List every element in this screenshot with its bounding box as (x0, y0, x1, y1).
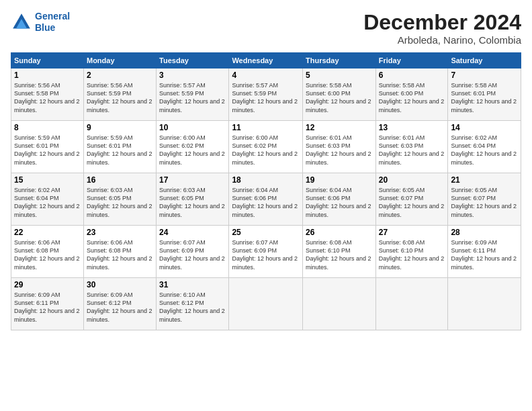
day-number: 20 (379, 175, 445, 185)
day-detail: Sunrise: 6:04 AM Sunset: 6:06 PM Dayligh… (306, 186, 373, 219)
calendar-cell: 26 Sunrise: 6:08 AM Sunset: 6:10 PM Dayl… (303, 226, 376, 278)
day-number: 19 (306, 175, 373, 185)
calendar-cell: 30 Sunrise: 6:09 AM Sunset: 6:12 PM Dayl… (83, 278, 156, 330)
header-thursday: Thursday (303, 53, 376, 68)
day-number: 24 (159, 228, 226, 237)
day-number: 8 (14, 123, 81, 132)
calendar-cell: 27 Sunrise: 6:08 AM Sunset: 6:10 PM Dayl… (375, 226, 448, 278)
header-sunday: Sunday (11, 53, 84, 68)
calendar-cell: 3 Sunrise: 5:57 AM Sunset: 5:59 PM Dayli… (157, 68, 229, 121)
calendar-cell: 23 Sunrise: 6:06 AM Sunset: 6:08 PM Dayl… (83, 226, 156, 278)
day-detail: Sunrise: 6:10 AM Sunset: 6:12 PM Dayligh… (159, 291, 226, 324)
day-detail: Sunrise: 5:58 AM Sunset: 6:00 PM Dayligh… (306, 81, 373, 114)
calendar-cell: 1 Sunrise: 5:56 AM Sunset: 5:58 PM Dayli… (11, 68, 84, 121)
day-detail: Sunrise: 6:05 AM Sunset: 6:07 PM Dayligh… (379, 186, 445, 219)
page-container: General Blue December 2024 Arboleda, Nar… (0, 0, 532, 337)
calendar-cell: 9 Sunrise: 5:59 AM Sunset: 6:01 PM Dayli… (83, 121, 156, 173)
day-detail: Sunrise: 6:08 AM Sunset: 6:10 PM Dayligh… (306, 238, 373, 271)
day-detail: Sunrise: 6:00 AM Sunset: 6:02 PM Dayligh… (159, 134, 226, 167)
day-detail: Sunrise: 6:06 AM Sunset: 6:08 PM Dayligh… (87, 238, 153, 271)
day-number: 14 (451, 123, 518, 132)
day-detail: Sunrise: 6:06 AM Sunset: 6:08 PM Dayligh… (14, 238, 81, 271)
calendar-cell: 31 Sunrise: 6:10 AM Sunset: 6:12 PM Dayl… (157, 278, 229, 330)
day-number: 1 (14, 71, 81, 80)
calendar-cell: 5 Sunrise: 5:58 AM Sunset: 6:00 PM Dayli… (303, 68, 376, 121)
day-detail: Sunrise: 6:01 AM Sunset: 6:03 PM Dayligh… (379, 134, 445, 167)
day-number: 21 (451, 175, 518, 185)
calendar-cell: 2 Sunrise: 5:56 AM Sunset: 5:59 PM Dayli… (83, 68, 156, 121)
header-friday: Friday (375, 53, 448, 68)
day-number: 26 (306, 228, 373, 237)
day-number: 27 (379, 228, 445, 237)
calendar-cell: 24 Sunrise: 6:07 AM Sunset: 6:09 PM Dayl… (157, 226, 229, 278)
calendar-week-4: 22 Sunrise: 6:06 AM Sunset: 6:08 PM Dayl… (11, 226, 521, 278)
day-detail: Sunrise: 5:59 AM Sunset: 6:01 PM Dayligh… (14, 134, 81, 167)
day-detail: Sunrise: 6:01 AM Sunset: 6:03 PM Dayligh… (306, 134, 373, 167)
calendar-week-2: 8 Sunrise: 5:59 AM Sunset: 6:01 PM Dayli… (11, 121, 521, 173)
day-number: 12 (306, 123, 373, 132)
header-saturday: Saturday (448, 53, 521, 68)
calendar-cell: 11 Sunrise: 6:00 AM Sunset: 6:02 PM Dayl… (229, 121, 303, 173)
calendar-cell: 17 Sunrise: 6:03 AM Sunset: 6:05 PM Dayl… (157, 173, 229, 226)
day-detail: Sunrise: 6:07 AM Sunset: 6:09 PM Dayligh… (159, 238, 226, 271)
calendar-cell: 29 Sunrise: 6:09 AM Sunset: 6:11 PM Dayl… (11, 278, 84, 330)
day-number: 23 (87, 228, 153, 237)
day-number: 5 (306, 71, 373, 80)
day-number: 25 (232, 228, 300, 237)
month-title: December 2024 (363, 11, 521, 34)
logo: General Blue (11, 11, 70, 34)
day-number: 18 (232, 175, 300, 185)
calendar-cell: 20 Sunrise: 6:05 AM Sunset: 6:07 PM Dayl… (375, 173, 448, 226)
day-detail: Sunrise: 6:05 AM Sunset: 6:07 PM Dayligh… (451, 186, 518, 219)
calendar-cell: 14 Sunrise: 6:02 AM Sunset: 6:04 PM Dayl… (448, 121, 521, 173)
calendar-cell: 13 Sunrise: 6:01 AM Sunset: 6:03 PM Dayl… (375, 121, 448, 173)
calendar-cell: 15 Sunrise: 6:02 AM Sunset: 6:04 PM Dayl… (11, 173, 84, 226)
day-detail: Sunrise: 6:02 AM Sunset: 6:04 PM Dayligh… (14, 186, 81, 219)
calendar-cell: 28 Sunrise: 6:09 AM Sunset: 6:11 PM Dayl… (448, 226, 521, 278)
logo-icon (11, 11, 32, 33)
day-detail: Sunrise: 5:56 AM Sunset: 5:58 PM Dayligh… (14, 81, 81, 114)
day-number: 22 (14, 228, 81, 237)
day-number: 17 (159, 175, 226, 185)
day-detail: Sunrise: 6:07 AM Sunset: 6:09 PM Dayligh… (232, 238, 300, 271)
header-monday: Monday (83, 53, 156, 68)
calendar-cell: 21 Sunrise: 6:05 AM Sunset: 6:07 PM Dayl… (448, 173, 521, 226)
day-number: 28 (451, 228, 518, 237)
calendar-cell (303, 278, 376, 330)
location-subtitle: Arboleda, Narino, Colombia (363, 34, 521, 46)
day-detail: Sunrise: 5:57 AM Sunset: 5:59 PM Dayligh… (232, 81, 300, 114)
day-detail: Sunrise: 5:58 AM Sunset: 6:00 PM Dayligh… (379, 81, 445, 114)
calendar-cell: 8 Sunrise: 5:59 AM Sunset: 6:01 PM Dayli… (11, 121, 84, 173)
day-detail: Sunrise: 6:00 AM Sunset: 6:02 PM Dayligh… (232, 134, 300, 167)
calendar-cell: 19 Sunrise: 6:04 AM Sunset: 6:06 PM Dayl… (303, 173, 376, 226)
day-detail: Sunrise: 5:59 AM Sunset: 6:01 PM Dayligh… (87, 134, 153, 167)
calendar-header: Sunday Monday Tuesday Wednesday Thursday… (11, 53, 521, 68)
title-block: December 2024 Arboleda, Narino, Colombia (363, 11, 521, 46)
calendar-week-5: 29 Sunrise: 6:09 AM Sunset: 6:11 PM Dayl… (11, 278, 521, 330)
calendar-week-1: 1 Sunrise: 5:56 AM Sunset: 5:58 PM Dayli… (11, 68, 521, 121)
calendar-cell: 25 Sunrise: 6:07 AM Sunset: 6:09 PM Dayl… (229, 226, 303, 278)
day-number: 9 (87, 123, 153, 132)
calendar-cell (375, 278, 448, 330)
day-number: 4 (232, 71, 300, 80)
calendar-body: 1 Sunrise: 5:56 AM Sunset: 5:58 PM Dayli… (11, 68, 521, 330)
day-detail: Sunrise: 6:02 AM Sunset: 6:04 PM Dayligh… (451, 134, 518, 167)
calendar-table: Sunday Monday Tuesday Wednesday Thursday… (11, 52, 521, 330)
calendar-cell: 22 Sunrise: 6:06 AM Sunset: 6:08 PM Dayl… (11, 226, 84, 278)
calendar-cell: 4 Sunrise: 5:57 AM Sunset: 5:59 PM Dayli… (229, 68, 303, 121)
day-number: 3 (159, 71, 226, 80)
calendar-cell: 10 Sunrise: 6:00 AM Sunset: 6:02 PM Dayl… (157, 121, 229, 173)
header-wednesday: Wednesday (229, 53, 303, 68)
day-number: 11 (232, 123, 300, 132)
day-number: 29 (14, 280, 81, 289)
calendar-cell: 16 Sunrise: 6:03 AM Sunset: 6:05 PM Dayl… (83, 173, 156, 226)
day-detail: Sunrise: 5:56 AM Sunset: 5:59 PM Dayligh… (87, 81, 153, 114)
calendar-cell: 7 Sunrise: 5:58 AM Sunset: 6:01 PM Dayli… (448, 68, 521, 121)
day-detail: Sunrise: 6:04 AM Sunset: 6:06 PM Dayligh… (232, 186, 300, 219)
day-detail: Sunrise: 6:03 AM Sunset: 6:05 PM Dayligh… (159, 186, 226, 219)
day-number: 10 (159, 123, 226, 132)
day-detail: Sunrise: 6:09 AM Sunset: 6:12 PM Dayligh… (87, 291, 153, 324)
day-detail: Sunrise: 6:08 AM Sunset: 6:10 PM Dayligh… (379, 238, 445, 271)
header-tuesday: Tuesday (157, 53, 229, 68)
day-number: 2 (87, 71, 153, 80)
